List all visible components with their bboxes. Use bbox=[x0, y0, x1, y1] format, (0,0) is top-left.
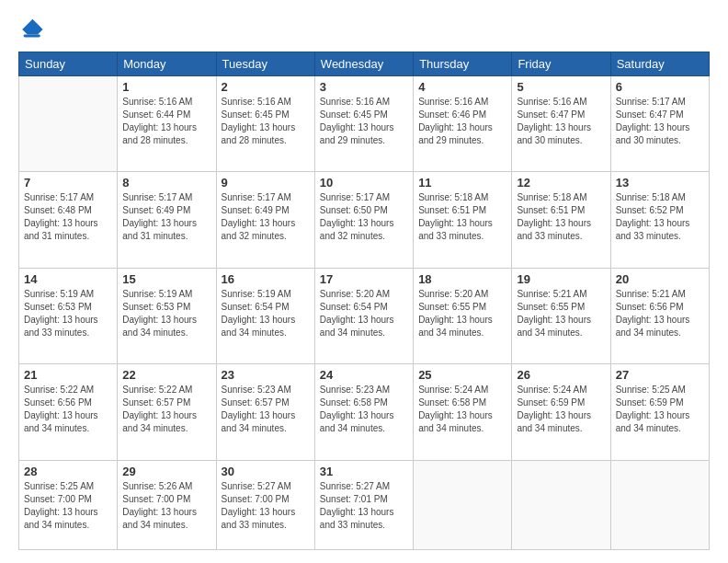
calendar-week-row: 7Sunrise: 5:17 AMSunset: 6:48 PMDaylight… bbox=[19, 172, 710, 268]
calendar-day-cell: 7Sunrise: 5:17 AMSunset: 6:48 PMDaylight… bbox=[19, 172, 118, 268]
day-number: 31 bbox=[320, 465, 408, 478]
calendar-day-cell: 30Sunrise: 5:27 AMSunset: 7:00 PMDayligh… bbox=[216, 460, 314, 549]
day-info: Sunrise: 5:22 AMSunset: 6:57 PMDaylight:… bbox=[122, 384, 210, 435]
day-info: Sunrise: 5:21 AMSunset: 6:55 PMDaylight:… bbox=[517, 288, 605, 339]
day-number: 11 bbox=[418, 176, 506, 190]
calendar-day-cell: 14Sunrise: 5:19 AMSunset: 6:53 PMDayligh… bbox=[19, 268, 118, 363]
calendar-day-cell: 2Sunrise: 5:16 AMSunset: 6:45 PMDaylight… bbox=[216, 76, 314, 172]
day-info: Sunrise: 5:19 AMSunset: 6:53 PMDaylight:… bbox=[122, 288, 210, 339]
day-number: 14 bbox=[24, 272, 112, 286]
calendar-day-cell: 27Sunrise: 5:25 AMSunset: 6:59 PMDayligh… bbox=[610, 364, 709, 460]
day-info: Sunrise: 5:17 AMSunset: 6:50 PMDaylight:… bbox=[320, 191, 408, 243]
day-info: Sunrise: 5:22 AMSunset: 6:56 PMDaylight:… bbox=[24, 384, 112, 435]
calendar-day-cell: 16Sunrise: 5:19 AMSunset: 6:54 PMDayligh… bbox=[216, 268, 314, 363]
day-info: Sunrise: 5:16 AMSunset: 6:45 PMDaylight:… bbox=[320, 96, 408, 147]
day-number: 2 bbox=[222, 80, 310, 94]
logo bbox=[18, 17, 48, 42]
day-info: Sunrise: 5:26 AMSunset: 7:00 PMDaylight:… bbox=[122, 480, 210, 532]
calendar-week-row: 14Sunrise: 5:19 AMSunset: 6:53 PMDayligh… bbox=[19, 268, 710, 363]
day-number: 29 bbox=[122, 465, 210, 478]
day-info: Sunrise: 5:27 AMSunset: 7:00 PMDaylight:… bbox=[222, 480, 310, 532]
calendar-day-header: Friday bbox=[512, 52, 610, 76]
calendar-day-cell: 24Sunrise: 5:23 AMSunset: 6:58 PMDayligh… bbox=[314, 364, 413, 460]
day-info: Sunrise: 5:23 AMSunset: 6:58 PMDaylight:… bbox=[320, 384, 408, 435]
calendar-day-cell: 9Sunrise: 5:17 AMSunset: 6:49 PMDaylight… bbox=[216, 172, 314, 268]
day-info: Sunrise: 5:17 AMSunset: 6:48 PMDaylight:… bbox=[24, 191, 112, 243]
day-info: Sunrise: 5:18 AMSunset: 6:51 PMDaylight:… bbox=[517, 191, 605, 243]
calendar-day-cell: 3Sunrise: 5:16 AMSunset: 6:45 PMDaylight… bbox=[314, 76, 413, 172]
day-number: 21 bbox=[24, 368, 112, 382]
day-number: 10 bbox=[320, 176, 408, 190]
day-info: Sunrise: 5:20 AMSunset: 6:54 PMDaylight:… bbox=[320, 288, 408, 339]
day-info: Sunrise: 5:18 AMSunset: 6:52 PMDaylight:… bbox=[616, 191, 704, 243]
calendar-day-cell: 22Sunrise: 5:22 AMSunset: 6:57 PMDayligh… bbox=[118, 364, 216, 460]
day-number: 24 bbox=[320, 368, 408, 382]
calendar-week-row: 1Sunrise: 5:16 AMSunset: 6:44 PMDaylight… bbox=[19, 76, 710, 172]
day-number: 20 bbox=[616, 272, 704, 286]
calendar-day-cell: 4Sunrise: 5:16 AMSunset: 6:46 PMDaylight… bbox=[414, 76, 512, 172]
day-number: 6 bbox=[616, 80, 704, 94]
day-number: 25 bbox=[418, 368, 506, 382]
calendar-day-cell: 18Sunrise: 5:20 AMSunset: 6:55 PMDayligh… bbox=[414, 268, 512, 363]
header bbox=[18, 17, 710, 42]
calendar-day-cell: 31Sunrise: 5:27 AMSunset: 7:01 PMDayligh… bbox=[314, 460, 413, 549]
svg-marker-0 bbox=[22, 19, 42, 35]
day-info: Sunrise: 5:20 AMSunset: 6:55 PMDaylight:… bbox=[418, 288, 506, 339]
calendar-day-cell bbox=[19, 76, 118, 172]
day-number: 13 bbox=[616, 176, 704, 190]
svg-rect-2 bbox=[24, 35, 40, 38]
calendar-day-cell bbox=[414, 460, 512, 549]
day-info: Sunrise: 5:19 AMSunset: 6:54 PMDaylight:… bbox=[222, 288, 310, 339]
day-info: Sunrise: 5:17 AMSunset: 6:49 PMDaylight:… bbox=[122, 191, 210, 243]
calendar-day-header: Monday bbox=[118, 52, 216, 76]
day-info: Sunrise: 5:17 AMSunset: 6:49 PMDaylight:… bbox=[222, 191, 310, 243]
calendar-day-cell: 26Sunrise: 5:24 AMSunset: 6:59 PMDayligh… bbox=[512, 364, 610, 460]
calendar-day-cell: 6Sunrise: 5:17 AMSunset: 6:47 PMDaylight… bbox=[610, 76, 709, 172]
page: SundayMondayTuesdayWednesdayThursdayFrid… bbox=[0, 0, 728, 563]
logo-icon bbox=[18, 17, 44, 42]
calendar-header-row: SundayMondayTuesdayWednesdayThursdayFrid… bbox=[19, 52, 710, 76]
calendar-day-cell: 1Sunrise: 5:16 AMSunset: 6:44 PMDaylight… bbox=[118, 76, 216, 172]
calendar-day-header: Sunday bbox=[19, 52, 118, 76]
day-number: 16 bbox=[222, 272, 310, 286]
day-number: 30 bbox=[222, 465, 310, 478]
day-number: 28 bbox=[24, 465, 112, 478]
calendar-day-header: Wednesday bbox=[314, 52, 413, 76]
day-number: 17 bbox=[320, 272, 408, 286]
day-number: 26 bbox=[517, 368, 605, 382]
calendar-day-cell bbox=[610, 460, 709, 549]
day-info: Sunrise: 5:16 AMSunset: 6:47 PMDaylight:… bbox=[517, 96, 605, 147]
calendar-day-cell: 19Sunrise: 5:21 AMSunset: 6:55 PMDayligh… bbox=[512, 268, 610, 363]
calendar-day-cell: 23Sunrise: 5:23 AMSunset: 6:57 PMDayligh… bbox=[216, 364, 314, 460]
calendar-day-cell: 25Sunrise: 5:24 AMSunset: 6:58 PMDayligh… bbox=[414, 364, 512, 460]
calendar-day-cell: 15Sunrise: 5:19 AMSunset: 6:53 PMDayligh… bbox=[118, 268, 216, 363]
calendar-day-cell bbox=[512, 460, 610, 549]
day-info: Sunrise: 5:24 AMSunset: 6:59 PMDaylight:… bbox=[517, 384, 605, 435]
calendar-day-cell: 29Sunrise: 5:26 AMSunset: 7:00 PMDayligh… bbox=[118, 460, 216, 549]
calendar-day-cell: 28Sunrise: 5:25 AMSunset: 7:00 PMDayligh… bbox=[19, 460, 118, 549]
day-info: Sunrise: 5:17 AMSunset: 6:47 PMDaylight:… bbox=[616, 96, 704, 147]
calendar-week-row: 28Sunrise: 5:25 AMSunset: 7:00 PMDayligh… bbox=[19, 460, 710, 549]
calendar-day-cell: 17Sunrise: 5:20 AMSunset: 6:54 PMDayligh… bbox=[314, 268, 413, 363]
day-info: Sunrise: 5:21 AMSunset: 6:56 PMDaylight:… bbox=[616, 288, 704, 339]
day-info: Sunrise: 5:23 AMSunset: 6:57 PMDaylight:… bbox=[222, 384, 310, 435]
day-number: 8 bbox=[122, 176, 210, 190]
day-info: Sunrise: 5:27 AMSunset: 7:01 PMDaylight:… bbox=[320, 480, 408, 532]
day-number: 9 bbox=[222, 176, 310, 190]
day-number: 4 bbox=[418, 80, 506, 94]
day-number: 3 bbox=[320, 80, 408, 94]
day-info: Sunrise: 5:25 AMSunset: 7:00 PMDaylight:… bbox=[24, 480, 112, 532]
calendar-day-header: Thursday bbox=[414, 52, 512, 76]
calendar-day-cell: 8Sunrise: 5:17 AMSunset: 6:49 PMDaylight… bbox=[118, 172, 216, 268]
day-info: Sunrise: 5:19 AMSunset: 6:53 PMDaylight:… bbox=[24, 288, 112, 339]
day-info: Sunrise: 5:16 AMSunset: 6:45 PMDaylight:… bbox=[222, 96, 310, 147]
day-number: 18 bbox=[418, 272, 506, 286]
day-number: 23 bbox=[222, 368, 310, 382]
day-number: 15 bbox=[122, 272, 210, 286]
calendar-day-header: Saturday bbox=[610, 52, 709, 76]
calendar-day-header: Tuesday bbox=[216, 52, 314, 76]
calendar-day-cell: 10Sunrise: 5:17 AMSunset: 6:50 PMDayligh… bbox=[314, 172, 413, 268]
day-info: Sunrise: 5:24 AMSunset: 6:58 PMDaylight:… bbox=[418, 384, 506, 435]
calendar-day-cell: 11Sunrise: 5:18 AMSunset: 6:51 PMDayligh… bbox=[414, 172, 512, 268]
calendar-day-cell: 5Sunrise: 5:16 AMSunset: 6:47 PMDaylight… bbox=[512, 76, 610, 172]
